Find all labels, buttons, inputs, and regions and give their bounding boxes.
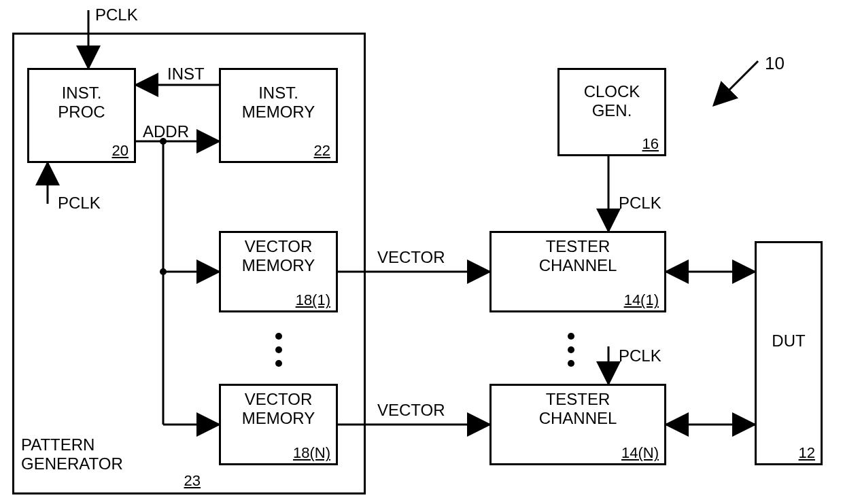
pclk-label-n: PCLK bbox=[619, 346, 661, 365]
svg-line-21 bbox=[714, 61, 758, 105]
pclk-label-top: PCLK bbox=[95, 5, 138, 24]
inst-label: INST bbox=[167, 65, 205, 84]
tester-channel-n-box: TESTER CHANNEL 14(N) bbox=[489, 384, 666, 465]
clock-gen-ref: 16 bbox=[642, 135, 659, 153]
pattern-generator-label-2: GENERATOR bbox=[21, 454, 123, 473]
tester1-l1: TESTER bbox=[546, 237, 610, 255]
vec-memN-l2: MEMORY bbox=[242, 409, 315, 427]
pattern-generator-label-1: PATTERN bbox=[21, 435, 94, 454]
pclk-label-clk: PCLK bbox=[619, 194, 661, 213]
pattern-generator-ref: 23 bbox=[184, 472, 201, 490]
dut-l1: DUT bbox=[772, 331, 805, 350]
vec-mem1-l1: VECTOR bbox=[245, 237, 313, 255]
vec-mem1-ref: 18(1) bbox=[296, 291, 330, 309]
vector-memory-n-box: VECTOR MEMORY 18(N) bbox=[219, 384, 338, 465]
pclk-label-left: PCLK bbox=[58, 194, 101, 213]
inst-mem-ref: 22 bbox=[314, 142, 330, 160]
svg-point-19 bbox=[568, 346, 574, 353]
diagram-canvas: PATTERN GENERATOR 23 INST. PROC 20 INST.… bbox=[0, 0, 843, 504]
addr-label: ADDR bbox=[143, 122, 189, 141]
inst-mem-l1: INST. bbox=[258, 84, 298, 102]
inst-proc-box: INST. PROC 20 bbox=[27, 68, 136, 163]
clock-gen-box: CLOCK GEN. 16 bbox=[557, 68, 666, 156]
testerN-ref: 14(N) bbox=[621, 444, 659, 462]
vec-mem1-l2: MEMORY bbox=[242, 256, 315, 274]
inst-mem-l2: MEMORY bbox=[242, 103, 315, 121]
testerN-l1: TESTER bbox=[546, 390, 610, 408]
svg-point-20 bbox=[568, 360, 574, 367]
inst-proc-l1: INST. bbox=[62, 84, 102, 102]
tester1-l2: CHANNEL bbox=[539, 256, 617, 274]
tester-channel-1-box: TESTER CHANNEL 14(1) bbox=[489, 231, 666, 312]
testerN-l2: CHANNEL bbox=[539, 409, 617, 427]
vector-memory-1-box: VECTOR MEMORY 18(1) bbox=[219, 231, 338, 312]
vec-memN-l1: VECTOR bbox=[245, 390, 313, 408]
inst-memory-box: INST. MEMORY 22 bbox=[219, 68, 338, 163]
vec-memN-ref: 18(N) bbox=[293, 444, 330, 462]
vector-label-1: VECTOR bbox=[377, 248, 445, 267]
inst-proc-l2: PROC bbox=[58, 103, 105, 121]
vector-label-n: VECTOR bbox=[377, 401, 445, 420]
clock-gen-l2: GEN. bbox=[592, 101, 632, 120]
dut-box: DUT 12 bbox=[755, 241, 823, 465]
tester1-ref: 14(1) bbox=[624, 291, 659, 309]
inst-proc-ref: 20 bbox=[112, 142, 128, 160]
diagram-ref-10: 10 bbox=[765, 53, 785, 74]
clock-gen-l1: CLOCK bbox=[584, 82, 640, 101]
dut-ref: 12 bbox=[799, 444, 815, 462]
svg-point-18 bbox=[568, 333, 574, 340]
